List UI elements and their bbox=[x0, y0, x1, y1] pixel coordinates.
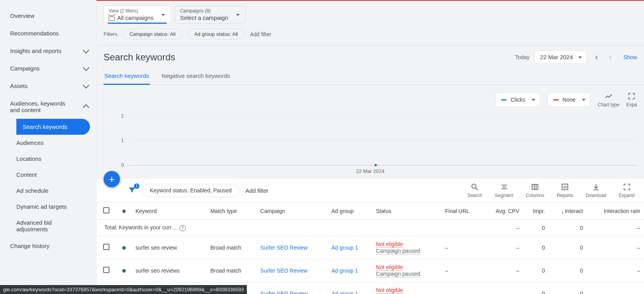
caret-down-icon bbox=[236, 14, 240, 16]
filter-funnel-button[interactable]: 1 bbox=[128, 186, 136, 195]
svg-rect-5 bbox=[532, 185, 538, 190]
col-intrate[interactable]: Interaction rate bbox=[587, 202, 644, 220]
metric-selector-a[interactable]: Clicks bbox=[495, 92, 540, 107]
reports-icon bbox=[561, 183, 569, 191]
table-row[interactable]: surfer seo reviews Broad match Surfer SE… bbox=[97, 259, 644, 282]
add-keyword-fab[interactable]: + bbox=[104, 171, 120, 187]
date-prev-button[interactable]: ‹ bbox=[592, 51, 601, 64]
search-icon bbox=[470, 183, 479, 191]
sidebar-item-locations[interactable]: Locations bbox=[16, 151, 96, 167]
search-button[interactable]: Search bbox=[467, 183, 482, 198]
campaign-link[interactable]: Surfer SEO Review bbox=[260, 268, 308, 274]
data-point bbox=[375, 164, 377, 166]
main-content: View (2 filters) All campaigns Campaigns… bbox=[97, 0, 644, 294]
tab-search-keywords[interactable]: Search keywords bbox=[104, 67, 150, 85]
row-checkbox[interactable] bbox=[103, 244, 109, 250]
y-tick: 2 bbox=[121, 113, 124, 119]
filters-label: Filters bbox=[104, 31, 117, 37]
sidebar-item-change-history[interactable]: Change history bbox=[0, 237, 96, 255]
expand-button[interactable]: Expand bbox=[619, 183, 635, 198]
sidebar-item-insights[interactable]: Insights and reports bbox=[0, 42, 96, 60]
sidebar-item-ad-schedule[interactable]: Ad schedule bbox=[16, 183, 96, 199]
metric-selector-b[interactable]: None bbox=[547, 92, 591, 107]
chart-type-button[interactable]: Chart type bbox=[598, 92, 619, 107]
sidebar-item-advanced-bid-adjustments[interactable]: Advanced bid adjustments bbox=[16, 215, 96, 237]
chevron-down-icon bbox=[83, 82, 90, 88]
campaign-link[interactable]: Surfer SEO Review bbox=[260, 290, 308, 294]
columns-button[interactable]: Columns bbox=[526, 183, 544, 198]
status-dot-icon bbox=[122, 209, 126, 213]
sidebar-item-content[interactable]: Content bbox=[16, 167, 96, 183]
keywords-table: Keyword Match type Campaign Ad group Sta… bbox=[97, 202, 644, 294]
page-title: Search keywords bbox=[104, 52, 175, 63]
table-row[interactable]: surfer seo review Broad match Surfer SEO… bbox=[97, 236, 644, 259]
columns-icon bbox=[531, 183, 539, 191]
expand-icon bbox=[627, 92, 636, 100]
campaign-selector[interactable]: Campaigns (8) Select a campaign bbox=[175, 5, 245, 24]
keyword-status-chip[interactable]: Keyword status: Enabled, Paused bbox=[143, 184, 239, 197]
y-tick: 1 bbox=[121, 138, 124, 143]
caret-down-icon bbox=[582, 99, 586, 101]
col-match[interactable]: Match type bbox=[206, 202, 256, 220]
col-avgcpv[interactable]: Avg. CPV bbox=[483, 202, 523, 220]
adgroup-link[interactable]: Ad group 1 bbox=[331, 245, 358, 251]
col-campaign[interactable]: Campaign bbox=[257, 202, 328, 220]
status-url-bar: gle.com/aw/keywords?ocid=337376857&works… bbox=[0, 285, 247, 294]
add-filter-link[interactable]: Add filter bbox=[250, 31, 271, 37]
metric-swatch bbox=[553, 99, 559, 100]
metric-swatch bbox=[501, 99, 507, 100]
svg-line-1 bbox=[476, 188, 478, 190]
view-selector[interactable]: View (2 filters) All campaigns bbox=[104, 5, 171, 24]
total-row: Total: Keywords in your curr…? – 0 0 – bbox=[97, 220, 644, 236]
add-filter-button[interactable]: Add filter bbox=[245, 187, 268, 194]
campaign-link[interactable]: Surfer SEO Review bbox=[260, 245, 308, 251]
show-link[interactable]: Show bbox=[623, 54, 637, 60]
caret-down-icon bbox=[578, 56, 582, 58]
download-button[interactable]: Download bbox=[586, 183, 606, 198]
sidebar-item-overview[interactable]: Overview bbox=[0, 7, 96, 25]
sidebar-item-recommendations[interactable]: Recommendations bbox=[0, 25, 96, 42]
date-picker[interactable]: 22 Mar 2024 bbox=[534, 50, 587, 64]
chevron-down-icon bbox=[83, 64, 90, 71]
adgroup-link[interactable]: Ad group 1 bbox=[331, 290, 358, 294]
select-all-checkbox[interactable] bbox=[103, 207, 109, 213]
chart-type-icon bbox=[604, 92, 613, 100]
sidebar-item-audiences[interactable]: Audiences bbox=[16, 135, 96, 151]
svg-point-0 bbox=[472, 184, 476, 188]
col-finalurl[interactable]: Final URL bbox=[441, 202, 482, 220]
tab-negative-keywords[interactable]: Negative search keywords bbox=[161, 67, 231, 85]
row-checkbox[interactable] bbox=[103, 267, 109, 273]
col-interact[interactable]: ↓Interact bbox=[549, 202, 587, 220]
download-icon bbox=[592, 183, 600, 191]
filter-chip-campaign-status[interactable]: Campaign status: All bbox=[123, 28, 182, 40]
sidebar-item-audiences-keywords[interactable]: Audiences, keywords and content bbox=[0, 95, 96, 119]
date-next-button[interactable]: › bbox=[606, 51, 615, 64]
status-dot-icon bbox=[122, 269, 126, 273]
filter-chip-adgroup-status[interactable]: Ad group status: All bbox=[188, 28, 245, 40]
segment-icon bbox=[500, 183, 509, 191]
sidebar-item-search-keywords[interactable]: Search keywords bbox=[16, 119, 90, 135]
today-label: Today bbox=[515, 54, 530, 60]
col-status[interactable]: Status bbox=[372, 202, 442, 220]
caret-down-icon bbox=[161, 14, 165, 16]
help-icon[interactable]: ? bbox=[179, 225, 186, 231]
y-tick: 0 bbox=[121, 162, 124, 168]
sidebar: Overview Recommendations Insights and re… bbox=[0, 0, 97, 294]
sidebar-item-assets[interactable]: Assets bbox=[0, 77, 96, 95]
funnel-badge: 1 bbox=[134, 183, 139, 189]
chart: 2 1 0 bbox=[112, 111, 637, 170]
house-icon bbox=[109, 15, 115, 21]
chevron-up-icon bbox=[83, 104, 90, 111]
caret-down-icon bbox=[531, 99, 535, 101]
adgroup-link[interactable]: Ad group 1 bbox=[331, 268, 358, 274]
expand-chart-button[interactable]: Expa bbox=[626, 92, 637, 107]
col-keyword[interactable]: Keyword bbox=[132, 202, 206, 220]
chevron-down-icon bbox=[83, 47, 90, 53]
col-adgroup[interactable]: Ad group bbox=[327, 202, 372, 220]
segment-button[interactable]: Segment bbox=[495, 183, 514, 198]
reports-button[interactable]: Reports bbox=[557, 183, 573, 198]
expand-icon bbox=[623, 183, 631, 191]
col-impr[interactable]: Impr. bbox=[523, 202, 549, 220]
sidebar-item-dynamic-ad-targets[interactable]: Dynamic ad targets bbox=[16, 199, 96, 215]
sidebar-item-campaigns[interactable]: Campaigns bbox=[0, 60, 96, 77]
